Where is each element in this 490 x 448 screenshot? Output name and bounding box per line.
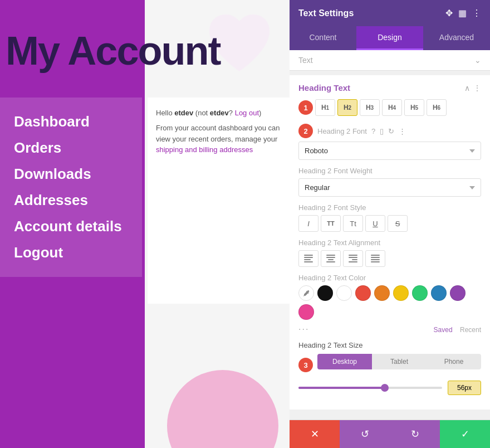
heading-h4-btn[interactable]: H4 xyxy=(382,99,402,116)
color-swatch-blue[interactable] xyxy=(431,285,447,301)
color-swatch-yellow[interactable] xyxy=(393,285,409,301)
shipping-link[interactable]: shipping and billing addresses xyxy=(156,145,253,154)
font-help-icon[interactable]: ? xyxy=(371,127,375,135)
nav-account-details[interactable]: Account details xyxy=(0,213,142,240)
tab-design[interactable]: Design xyxy=(356,26,423,50)
size-slider-fill xyxy=(298,387,385,389)
eyedropper-swatch[interactable] xyxy=(298,285,314,301)
section-controls: ∧ ⋮ xyxy=(464,84,481,92)
color-swatch-orange[interactable] xyxy=(374,285,390,301)
heading-h1-btn[interactable]: H1 xyxy=(315,99,335,116)
hello-text: Hello etdev (not etdev? Log out) xyxy=(156,109,281,117)
text-dropdown-chevron: ⌄ xyxy=(474,56,481,65)
account-description: From your account dashboard you can view… xyxy=(156,123,281,155)
page-title: My Account xyxy=(6,31,220,71)
align-right-icon xyxy=(349,255,357,262)
font-select[interactable]: Roboto xyxy=(298,142,481,160)
align-justify-icon xyxy=(371,255,380,262)
color-row-footer: ··· Saved Recent xyxy=(298,324,481,334)
nav-downloads[interactable]: Downloads xyxy=(0,161,142,187)
settings-title: Text Settings xyxy=(298,8,354,18)
nav-logout[interactable]: Logout xyxy=(0,240,142,266)
color-swatch-red[interactable] xyxy=(355,285,371,301)
font-style-label-row: Heading 2 Font Style xyxy=(298,203,481,212)
align-center-btn[interactable] xyxy=(321,250,341,267)
account-navigation: Dashboard Orders Downloads Addresses Acc… xyxy=(0,98,142,277)
color-footer-right: Saved Recent xyxy=(434,324,481,334)
align-right-btn[interactable] xyxy=(343,250,363,267)
device-tab-phone[interactable]: Phone xyxy=(427,354,481,369)
step2-badge: 2 xyxy=(298,124,313,138)
size-label-row: Heading 2 Text Size xyxy=(298,341,481,349)
nav-orders[interactable]: Orders xyxy=(0,135,142,161)
nav-dashboard[interactable]: Dashboard xyxy=(0,109,142,135)
color-label-row: Heading 2 Text Color xyxy=(298,274,481,282)
align-left-btn[interactable] xyxy=(298,250,318,267)
font-reset-icon[interactable]: ↻ xyxy=(388,127,394,135)
capitalize-tt-btn[interactable]: Tt xyxy=(343,215,363,232)
heading-h3-btn[interactable]: H3 xyxy=(360,99,380,116)
strikethrough-btn[interactable]: S xyxy=(388,215,408,232)
color-swatch-purple[interactable] xyxy=(450,285,465,301)
saved-label[interactable]: Saved xyxy=(434,326,453,334)
font-copy-icon[interactable]: ▯ xyxy=(380,127,384,135)
color-label: Heading 2 Text Color xyxy=(298,274,366,282)
settings-tabs: Content Design Advanced xyxy=(290,26,490,50)
heading-buttons-row: 1 H1 H2 H3 H4 H5 H6 xyxy=(298,99,481,116)
text-dropdown-label: Text xyxy=(298,56,313,65)
color-swatch-pink[interactable] xyxy=(298,304,314,320)
underline-btn[interactable]: U xyxy=(365,215,385,232)
alignment-label-row: Heading 2 Text Alignment xyxy=(298,238,481,247)
heading-h5-btn[interactable]: H5 xyxy=(404,99,424,116)
more-icon[interactable]: ⋮ xyxy=(472,8,481,18)
confirm-button[interactable]: ✓ xyxy=(440,420,490,448)
columns-icon[interactable]: ▦ xyxy=(458,8,467,18)
font-label-row: 2 Heading 2 Font ? ▯ ↻ ⋮ xyxy=(298,124,481,138)
recent-label[interactable]: Recent xyxy=(460,326,481,334)
align-left-icon xyxy=(304,255,313,262)
tab-content[interactable]: Content xyxy=(290,26,356,50)
pink-decoration xyxy=(167,370,278,448)
redo-button[interactable]: ↻ xyxy=(390,420,440,448)
size-slider-thumb[interactable] xyxy=(381,384,389,392)
color-swatch-black[interactable] xyxy=(317,285,333,301)
size-slider-track[interactable] xyxy=(298,387,442,389)
nav-addresses[interactable]: Addresses xyxy=(0,187,142,213)
align-justify-btn[interactable] xyxy=(365,250,385,267)
reset-button[interactable]: ↺ xyxy=(340,420,390,448)
header-icons: ✥ ▦ ⋮ xyxy=(445,8,481,18)
color-more-dots[interactable]: ··· xyxy=(298,324,309,334)
settings-panel: Text Settings ✥ ▦ ⋮ Content Design Advan… xyxy=(290,0,490,448)
collapse-icon[interactable]: ∧ xyxy=(464,84,470,92)
cancel-button[interactable]: ✕ xyxy=(290,420,340,448)
left-panel: My Account Dashboard Orders Downloads Ad… xyxy=(0,0,290,448)
align-center-icon xyxy=(326,255,335,262)
expand-icon[interactable]: ✥ xyxy=(445,8,453,18)
font-weight-label-row: Heading 2 Font Weight xyxy=(298,167,481,175)
font-style-buttons: I TT Tt U S xyxy=(298,215,481,232)
color-swatch-white[interactable] xyxy=(336,285,352,301)
device-tabs-row: 3 Desktop Tablet Phone xyxy=(298,354,481,376)
size-input[interactable] xyxy=(448,381,481,395)
size-label: Heading 2 Text Size xyxy=(298,341,362,349)
uppercase-tt-btn[interactable]: TT xyxy=(321,215,341,232)
section-more-icon[interactable]: ⋮ xyxy=(473,84,481,92)
device-tab-tablet[interactable]: Tablet xyxy=(372,354,427,369)
heading-text-section: Heading Text ∧ ⋮ 1 H1 H2 H3 H4 H5 H6 2 H… xyxy=(290,75,490,410)
heading-h6-btn[interactable]: H6 xyxy=(427,99,447,116)
logout-link[interactable]: Log out xyxy=(235,109,259,117)
heading-h2-btn[interactable]: H2 xyxy=(337,99,357,116)
tab-advanced[interactable]: Advanced xyxy=(423,26,490,50)
size-slider-row xyxy=(298,381,481,395)
font-weight-select[interactable]: Regular xyxy=(298,178,481,197)
device-tab-desktop[interactable]: Desktop xyxy=(317,354,372,369)
italic-btn[interactable]: I xyxy=(298,215,318,232)
color-swatch-green[interactable] xyxy=(412,285,428,301)
alignment-buttons xyxy=(298,250,481,267)
font-more-icon[interactable]: ⋮ xyxy=(399,127,406,135)
text-dropdown-row[interactable]: Text ⌄ xyxy=(290,50,490,71)
device-tabs: Desktop Tablet Phone xyxy=(317,354,481,369)
color-swatches xyxy=(298,285,481,320)
section-title: Heading Text xyxy=(298,83,350,92)
font-weight-label: Heading 2 Font Weight xyxy=(298,167,373,175)
